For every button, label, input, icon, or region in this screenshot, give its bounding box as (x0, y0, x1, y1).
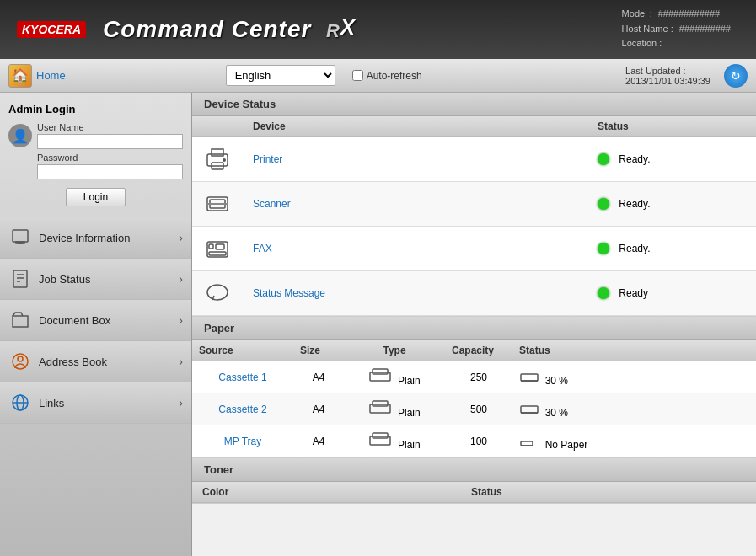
col-color-header: Color (192, 482, 461, 503)
status-text: Ready. (619, 243, 650, 254)
content-area: Device Status Device Status Printer Read… (192, 93, 756, 556)
paper-status-cell: 30 % (512, 393, 756, 425)
device-name-cell: Status Message (243, 271, 587, 316)
col-capacity-header: Capacity (445, 340, 512, 361)
device-status-table: Device Status Printer Ready. Scanner Rea… (192, 116, 756, 316)
device-status-header: Device Status (192, 93, 756, 116)
source-cell: Cassette 2 (192, 393, 293, 425)
paper-section: Paper Source Size Type Capacity Status C… (192, 317, 756, 458)
device-icon-cell (192, 227, 243, 271)
col-device-icon (192, 116, 243, 137)
kyocera-logo-text: KYOCERA (22, 23, 81, 36)
svg-rect-22 (209, 244, 213, 249)
device-icon (202, 189, 233, 219)
svg-rect-0 (13, 230, 28, 242)
avatar: 👤 (8, 124, 32, 147)
device-name-cell: Scanner (243, 182, 587, 227)
device-icon-cell (192, 271, 243, 316)
login-button-label: Login (83, 191, 108, 203)
chevron-right-icon: › (179, 272, 183, 286)
device-icon-cell (192, 182, 243, 227)
paper-status-icon (519, 439, 539, 451)
language-select[interactable]: English Japanese German French (226, 65, 335, 86)
capacity-cell: 100 (445, 425, 512, 457)
device-icon-cell (192, 137, 243, 182)
device-icon (202, 278, 233, 308)
capacity-cell: 500 (445, 393, 512, 425)
svg-rect-21 (209, 252, 226, 255)
svg-rect-33 (373, 433, 388, 438)
model-value: ############ (658, 8, 720, 19)
toner-section: Toner Color Status (192, 458, 756, 504)
sidebar-item-job-status[interactable]: Job Status › (0, 259, 191, 300)
svg-point-23 (207, 285, 228, 300)
svg-rect-26 (521, 374, 538, 381)
status-text: Ready. (619, 198, 650, 210)
device-information-icon (8, 226, 32, 249)
sidebar-links-label: Links (39, 397, 64, 409)
chevron-right-icon: › (179, 355, 183, 368)
last-updated: Last Updated : 2013/11/01 03:49:39 (625, 66, 710, 86)
job-status-icon (8, 267, 32, 291)
device-status-cell: Ready. (587, 137, 756, 182)
hostname-row: Host Name : ########## (622, 22, 731, 37)
toner-table: Color Status (192, 482, 756, 503)
toner-title: Toner (204, 463, 233, 476)
auto-refresh-label[interactable]: Auto-refresh (367, 70, 422, 82)
main-layout: Admin Login 👤 User Name Password Login (0, 93, 756, 556)
kyocera-logo: KYOCERA (17, 21, 86, 38)
paper-table: Source Size Type Capacity Status Cassett… (192, 340, 756, 457)
table-row: Status Message Ready (192, 271, 756, 316)
device-status-section: Device Status Device Status Printer Read… (192, 93, 756, 317)
status-text: Ready (619, 287, 648, 299)
sidebar-item-device-information[interactable]: Device Information › (0, 217, 191, 259)
auto-refresh-checkbox[interactable] (352, 70, 363, 81)
auto-refresh-area: Auto-refresh (352, 70, 422, 82)
refresh-button[interactable]: ↻ (724, 64, 748, 88)
col-toner-status-header: Status (461, 482, 756, 503)
admin-user-row: 👤 User Name Password (8, 122, 183, 183)
sidebar: Admin Login 👤 User Name Password Login (0, 93, 192, 556)
svg-rect-3 (13, 270, 27, 287)
type-cell: Plain (344, 425, 445, 457)
status-dot (598, 153, 609, 165)
svg-rect-25 (373, 369, 388, 374)
login-button[interactable]: Login (66, 188, 126, 206)
sidebar-item-links[interactable]: Links › (0, 382, 191, 424)
home-button[interactable]: 🏠 Home (8, 64, 66, 88)
source-cell: MP Tray (192, 425, 293, 457)
sidebar-device-information-label: Device Information (39, 232, 130, 244)
chevron-right-icon: › (179, 231, 183, 244)
sidebar-item-address-book[interactable]: Address Book › (0, 341, 191, 382)
rx-label: R (326, 20, 340, 41)
paper-status-icon (519, 375, 539, 387)
svg-rect-30 (521, 406, 538, 413)
admin-login-title: Admin Login (8, 103, 183, 115)
table-row: Scanner Ready. (192, 182, 756, 227)
home-label: Home (36, 69, 66, 82)
rx-x-label: X (340, 14, 356, 40)
password-input[interactable] (37, 164, 183, 179)
table-row: Cassette 2 A4 Plain 500 30 % (192, 393, 756, 425)
capacity-cell: 250 (445, 361, 512, 393)
username-input[interactable] (37, 134, 183, 149)
brand-title-text: Command Center (103, 16, 311, 42)
username-label: User Name (37, 122, 183, 132)
paper-title: Paper (204, 322, 234, 334)
table-row: FAX Ready. (192, 227, 756, 271)
device-status-cell: Ready. (587, 182, 756, 227)
svg-rect-20 (216, 244, 224, 249)
home-icon: 🏠 (8, 64, 32, 88)
device-status-cell: Ready. (587, 227, 756, 271)
col-type-header: Type (344, 340, 445, 361)
hostname-value: ########## (679, 24, 731, 34)
chevron-right-icon: › (179, 396, 183, 409)
tray-icon (368, 407, 392, 419)
sidebar-address-book-label: Address Book (39, 356, 107, 368)
hostname-label: Host Name : (622, 24, 673, 34)
sidebar-document-box-label: Document Box (39, 314, 110, 327)
device-info-top: Model : ############ Host Name : #######… (622, 7, 731, 51)
sidebar-item-document-box[interactable]: Document Box › (0, 300, 191, 341)
chevron-right-icon: › (179, 313, 183, 327)
last-updated-value: 2013/11/01 03:49:39 (625, 76, 710, 86)
